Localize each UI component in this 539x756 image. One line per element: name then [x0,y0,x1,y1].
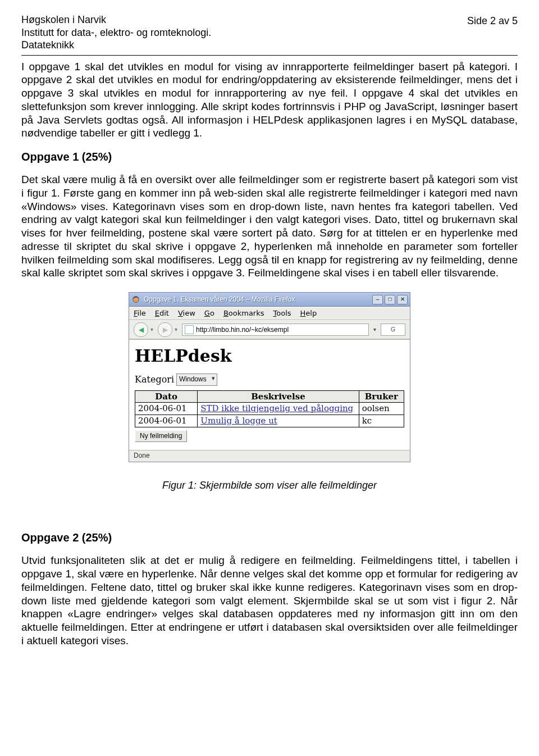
url-text: http://limbo.hin.no/~kc/eksempl [196,326,289,334]
table-header-row: Dato Beskrivelse Bruker [135,390,404,403]
col-desc: Beskrivelse [198,390,359,403]
table-row: 2004-06-01 STD ikke tilgjengelig ved pål… [135,403,404,415]
maximize-button[interactable]: □ [385,295,395,304]
header-subject: Datateknikk [21,39,211,52]
task2-body: Utvid funksjonaliteten slik at det er mu… [21,554,518,647]
intro-paragraph: I oppgave 1 skal det utvikles en modul f… [21,60,518,140]
error-title-link[interactable]: STD ikke tilgjengelig ved pålogging [198,403,359,415]
url-dropdown-icon[interactable]: ▾ [373,326,376,334]
url-field[interactable]: http://limbo.hin.no/~kc/eksempl [182,324,369,336]
task2-title: Oppgave 2 (25%) [21,531,518,545]
forward-history-dropdown[interactable]: ▾ [175,326,177,334]
figure-caption: Figur 1: Skjermbilde som viser alle feil… [21,479,518,492]
error-title-link[interactable]: Umulig å logge ut [198,415,359,427]
cell-user: kc [359,415,404,427]
cell-date: 2004-06-01 [135,415,198,427]
status-text: Done [134,452,150,460]
task1-title: Oppgave 1 (25%) [21,150,518,164]
category-select[interactable]: Windows [176,374,217,386]
header-divider [21,55,518,57]
col-user: Bruker [359,390,404,403]
browser-toolbar: ◀ ▾ ▶ ▾ http://limbo.hin.no/~kc/eksempl … [129,320,410,340]
table-row: 2004-06-01 Umulig å logge ut kc [135,415,404,427]
menu-go[interactable]: Go [204,309,214,318]
back-history-dropdown[interactable]: ▾ [150,326,153,334]
new-error-button[interactable]: Ny feilmelding [135,430,187,442]
error-table: Dato Beskrivelse Bruker 2004-06-01 STD i… [135,390,404,427]
page-number: Side 2 av 5 [467,13,518,28]
window-title: Oppgave 1, Eksamen våren 2004 – Mozilla … [144,295,372,304]
cell-user: oolsen [359,403,404,415]
menu-bookmarks[interactable]: Bookmarks [223,309,264,318]
browser-menubar: File Edit View Go Bookmarks Tools Help [129,307,410,320]
close-button[interactable]: ✕ [397,295,408,304]
task1-body: Det skal være mulig å få en oversikt ove… [21,173,518,280]
menu-help[interactable]: Help [300,309,317,318]
minimize-button[interactable]: – [372,295,383,304]
category-label: Kategori [135,374,174,385]
header-department: Institutt for data-, elektro- og romtekn… [21,26,211,39]
search-field[interactable]: G [381,324,405,336]
figure-browser-window: Oppgave 1, Eksamen våren 2004 – Mozilla … [129,292,410,462]
browser-statusbar: Done [129,450,410,462]
col-date: Dato [135,390,198,403]
menu-view[interactable]: View [178,309,195,318]
header-institution: Høgskolen i Narvik [21,13,211,26]
menu-edit[interactable]: Edit [155,309,169,318]
cell-date: 2004-06-01 [135,403,198,415]
app-heading: HELPdesk [135,345,404,367]
page-icon [185,325,194,334]
menu-tools[interactable]: Tools [273,309,291,318]
page-content-area: HELPdesk Kategori Windows Dato Beskrivel… [129,340,410,450]
forward-button[interactable]: ▶ [158,322,172,337]
browser-titlebar: Oppgave 1, Eksamen våren 2004 – Mozilla … [129,293,410,307]
menu-file[interactable]: File [134,309,146,318]
firefox-icon [131,295,140,304]
back-button[interactable]: ◀ [134,322,148,337]
